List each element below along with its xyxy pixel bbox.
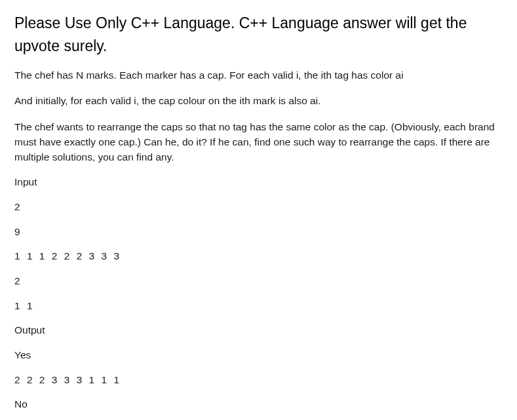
input-line-4: 2 — [14, 274, 503, 288]
input-line-3: 1 1 1 2 2 2 3 3 3 — [14, 249, 503, 263]
output-line-1: Yes — [14, 348, 503, 362]
input-line-5: 1 1 — [14, 299, 503, 313]
output-line-2: 2 2 2 3 3 3 1 1 1 — [14, 373, 503, 387]
problem-paragraph-2: And initially, for each valid i, the cap… — [14, 93, 503, 108]
input-line-1: 2 — [14, 200, 503, 214]
problem-paragraph-1: The chef has N marks. Each marker has a … — [14, 67, 503, 83]
output-label: Output — [14, 323, 503, 337]
output-line-3: No — [14, 397, 503, 411]
problem-paragraph-3: The chef wants to rearrange the caps so … — [14, 119, 503, 165]
input-label: Input — [14, 175, 503, 189]
page-title: Please Use Only C++ Language. C++ Langua… — [14, 12, 503, 57]
input-line-2: 9 — [14, 225, 503, 239]
